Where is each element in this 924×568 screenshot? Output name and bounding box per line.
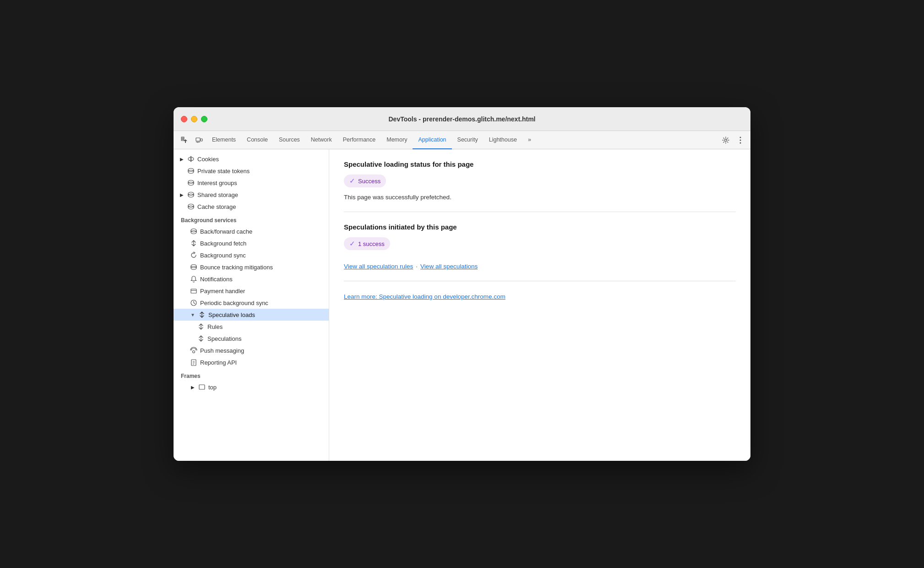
titlebar: DevTools - prerender-demos.glitch.me/nex… (174, 107, 750, 131)
svg-rect-3 (196, 138, 200, 141)
notifications-icon (190, 275, 197, 283)
sidebar-item-background-fetch[interactable]: Background fetch (174, 237, 329, 249)
cookies-label: Cookies (197, 156, 219, 163)
svg-rect-2 (181, 140, 184, 141)
close-button[interactable] (181, 116, 187, 122)
svg-point-9 (740, 139, 741, 141)
speculative-loads-label: Speculative loads (208, 311, 255, 318)
svg-rect-25 (191, 289, 196, 293)
success-badge-label: Success (358, 178, 380, 185)
sidebar-item-rules[interactable]: Rules (174, 321, 329, 333)
svg-rect-33 (199, 385, 205, 389)
top-expand-arrow: ▶ (190, 385, 196, 390)
sidebar-item-cache-storage[interactable]: ▶ Cache storage (174, 201, 329, 213)
reporting-api-icon (190, 359, 197, 366)
success-check-icon: ✓ (349, 177, 355, 185)
sidebar-item-cookies[interactable]: ▶ Cookies (174, 153, 329, 165)
speculative-loading-status-section: Speculative loading status for this page… (344, 160, 736, 212)
payment-handler-icon (190, 287, 197, 295)
tab-security[interactable]: Security (452, 131, 484, 149)
sidebar-item-interest-groups[interactable]: ▶ Interest groups (174, 177, 329, 189)
more-options-icon[interactable] (734, 134, 747, 147)
speculations-label: Speculations (207, 335, 241, 342)
notifications-label: Notifications (200, 276, 233, 283)
sidebar-item-private-state-tokens[interactable]: ▶ Private state tokens (174, 165, 329, 177)
cache-storage-label: Cache storage (197, 203, 236, 210)
rules-icon (197, 323, 205, 330)
shared-storage-label: Shared storage (197, 191, 238, 198)
one-success-badge-label: 1 success (358, 240, 385, 247)
tab-lighthouse[interactable]: Lighthouse (484, 131, 522, 149)
background-services-header: Background services (174, 213, 329, 225)
link-separator: · (416, 263, 418, 270)
sidebar-item-reporting-api[interactable]: Reporting API (174, 356, 329, 368)
sidebar-item-speculations[interactable]: Speculations (174, 333, 329, 344)
cache-storage-icon (187, 203, 195, 210)
learn-more-section: Learn more: Speculative loading on devel… (344, 292, 736, 311)
periodic-bg-sync-label: Periodic background sync (200, 300, 268, 306)
tab-sources[interactable]: Sources (273, 131, 305, 149)
sl-collapse-arrow: ▼ (190, 312, 196, 317)
tab-network[interactable]: Network (305, 131, 337, 149)
reporting-api-label: Reporting API (200, 359, 237, 366)
minimize-button[interactable] (191, 116, 197, 122)
speculations-initiated-title: Speculations initiated by this page (344, 223, 736, 231)
learn-more-link[interactable]: Learn more: Speculative loading on devel… (344, 293, 505, 300)
top-frame-label: top (208, 384, 217, 391)
speculations-initiated-section: Speculations initiated by this page ✓ 1 … (344, 223, 736, 281)
sidebar-item-back-forward-cache[interactable]: Back/forward cache (174, 225, 329, 237)
tab-elements[interactable]: Elements (207, 131, 241, 149)
sidebar-item-speculative-loads[interactable]: ▼ Speculative loads (174, 309, 329, 321)
tab-console[interactable]: Console (241, 131, 273, 149)
window-title: DevTools - prerender-demos.glitch.me/nex… (388, 115, 535, 123)
view-all-speculations-link[interactable]: View all speculations (420, 263, 478, 270)
svg-point-11 (188, 157, 194, 161)
main-area: ▶ Cookies ▶ Private state tokens (174, 149, 750, 461)
sidebar-item-notifications[interactable]: Notifications (174, 273, 329, 285)
settings-icon[interactable] (719, 134, 732, 147)
rules-label: Rules (207, 323, 223, 330)
bounce-tracking-icon (190, 263, 197, 271)
cookies-icon (187, 155, 195, 163)
bounce-tracking-label: Bounce tracking mitigations (200, 264, 273, 271)
traffic-lights (181, 116, 207, 122)
cookies-expand-arrow: ▶ (179, 157, 185, 162)
svg-rect-1 (181, 138, 184, 139)
success-badge: ✓ Success (344, 175, 386, 187)
view-all-speculation-rules-link[interactable]: View all speculation rules (344, 263, 413, 270)
sidebar-item-top[interactable]: ▶ top (174, 381, 329, 393)
sidebar-item-background-sync[interactable]: Background sync (174, 249, 329, 261)
private-state-tokens-icon (187, 167, 195, 175)
back-forward-cache-icon (190, 228, 197, 235)
interest-groups-icon (187, 179, 195, 186)
tab-application[interactable]: Application (413, 131, 451, 149)
cursor-icon-button[interactable] (177, 134, 192, 147)
sidebar-item-shared-storage[interactable]: ▶ Shared storage (174, 189, 329, 201)
sidebar-item-push-messaging[interactable]: Push messaging (174, 344, 329, 356)
push-messaging-label: Push messaging (200, 347, 244, 354)
tabbar-actions (719, 134, 747, 147)
svg-point-8 (740, 137, 741, 138)
sidebar-item-payment-handler[interactable]: Payment handler (174, 285, 329, 297)
tab-more[interactable]: » (522, 131, 537, 149)
back-forward-cache-label: Back/forward cache (200, 228, 252, 235)
sidebar-item-bounce-tracking[interactable]: Bounce tracking mitigations (174, 261, 329, 273)
tab-performance[interactable]: Performance (337, 131, 381, 149)
periodic-bg-sync-icon (190, 299, 197, 306)
svg-rect-0 (181, 137, 184, 138)
svg-point-28 (193, 351, 195, 353)
svg-point-7 (725, 139, 727, 141)
speculation-links-row: View all speculation rules · View all sp… (344, 263, 736, 270)
maximize-button[interactable] (201, 116, 207, 122)
push-messaging-icon (190, 347, 197, 354)
tab-memory[interactable]: Memory (381, 131, 413, 149)
sidebar: ▶ Cookies ▶ Private state tokens (174, 149, 329, 461)
tabbar: Elements Console Sources Network Perform… (174, 131, 750, 149)
background-sync-icon (190, 251, 197, 259)
sidebar-item-periodic-bg-sync[interactable]: Periodic background sync (174, 297, 329, 309)
interest-groups-label: Interest groups (197, 180, 237, 186)
device-icon-button[interactable] (192, 134, 207, 147)
devtools-window: DevTools - prerender-demos.glitch.me/nex… (174, 107, 750, 461)
speculative-loading-status-title: Speculative loading status for this page (344, 160, 736, 168)
shared-storage-icon (187, 191, 195, 198)
